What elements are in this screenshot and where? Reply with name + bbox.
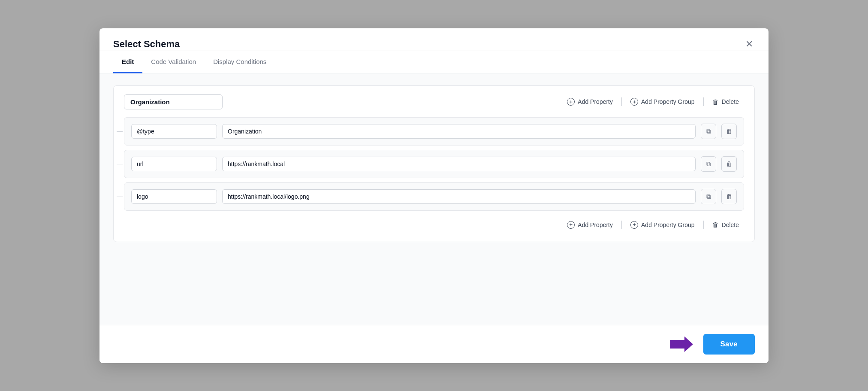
copy-icon-2: ⧉ (706, 193, 711, 200)
property-value-input-0[interactable] (222, 124, 696, 139)
modal-overlay: Select Schema ✕ Edit Code Validation Dis… (0, 0, 868, 391)
group-footer: + Add Property + Add Property Group 🗑 De… (124, 218, 744, 231)
tab-display-conditions[interactable]: Display Conditions (205, 51, 275, 73)
purple-arrow-icon (670, 336, 693, 352)
divider-2 (703, 97, 704, 106)
divider-3 (621, 221, 622, 229)
property-value-input-1[interactable] (222, 157, 696, 171)
modal: Select Schema ✕ Edit Code Validation Dis… (99, 28, 769, 363)
trash-icon-row-0: 🗑 (726, 127, 732, 135)
group-name-input[interactable] (124, 94, 223, 109)
property-key-input-1[interactable] (131, 157, 217, 171)
add-property-icon-bottom: + (567, 221, 575, 229)
save-button[interactable]: Save (703, 334, 755, 355)
trash-icon-row-2: 🗑 (726, 193, 732, 200)
divider-4 (703, 221, 704, 229)
modal-body: + Add Property + Add Property Group 🗑 De… (99, 73, 769, 325)
group-actions: + Add Property + Add Property Group 🗑 De… (562, 95, 744, 108)
copy-icon-0: ⧉ (706, 127, 711, 135)
arrow-indicator (670, 336, 693, 352)
add-property-group-icon-bottom: + (630, 221, 638, 229)
add-property-group-icon-top: + (630, 98, 638, 106)
property-row-0: ⧉ 🗑 (124, 117, 744, 145)
svg-marker-0 (670, 336, 693, 352)
divider-1 (621, 97, 622, 106)
modal-header: Select Schema ✕ (99, 28, 769, 51)
delete-row-button-0[interactable]: 🗑 (721, 124, 737, 139)
add-property-icon-top: + (567, 98, 575, 106)
property-row-1: ⧉ 🗑 (124, 150, 744, 178)
close-button[interactable]: ✕ (744, 38, 755, 51)
modal-footer: Save (99, 325, 769, 363)
delete-button-top[interactable]: 🗑 Delete (707, 96, 744, 108)
delete-row-button-1[interactable]: 🗑 (721, 156, 737, 172)
schema-group: + Add Property + Add Property Group 🗑 De… (113, 85, 755, 242)
trash-icon-top: 🗑 (712, 98, 719, 106)
copy-button-0[interactable]: ⧉ (701, 124, 716, 139)
trash-icon-bottom: 🗑 (712, 221, 719, 228)
property-key-input-0[interactable] (131, 124, 217, 139)
add-property-button-top[interactable]: + Add Property (562, 95, 618, 108)
trash-icon-row-1: 🗑 (726, 160, 732, 167)
property-value-input-2[interactable] (222, 189, 696, 204)
delete-row-button-2[interactable]: 🗑 (721, 189, 737, 204)
modal-title: Select Schema (113, 39, 180, 50)
group-header: + Add Property + Add Property Group 🗑 De… (124, 94, 744, 109)
close-icon: ✕ (745, 39, 753, 49)
copy-button-2[interactable]: ⧉ (701, 189, 716, 204)
tabs-bar: Edit Code Validation Display Conditions (99, 51, 769, 73)
copy-icon-1: ⧉ (706, 160, 711, 168)
tab-code-validation[interactable]: Code Validation (142, 51, 205, 73)
property-row-2: ⧉ 🗑 (124, 182, 744, 211)
add-property-button-bottom[interactable]: + Add Property (562, 218, 618, 231)
add-property-group-button-bottom[interactable]: + Add Property Group (625, 218, 700, 231)
add-property-group-button-top[interactable]: + Add Property Group (625, 95, 700, 108)
tab-edit[interactable]: Edit (113, 51, 142, 73)
property-key-input-2[interactable] (131, 189, 217, 204)
copy-button-1[interactable]: ⧉ (701, 156, 716, 172)
delete-button-bottom[interactable]: 🗑 Delete (707, 218, 744, 231)
